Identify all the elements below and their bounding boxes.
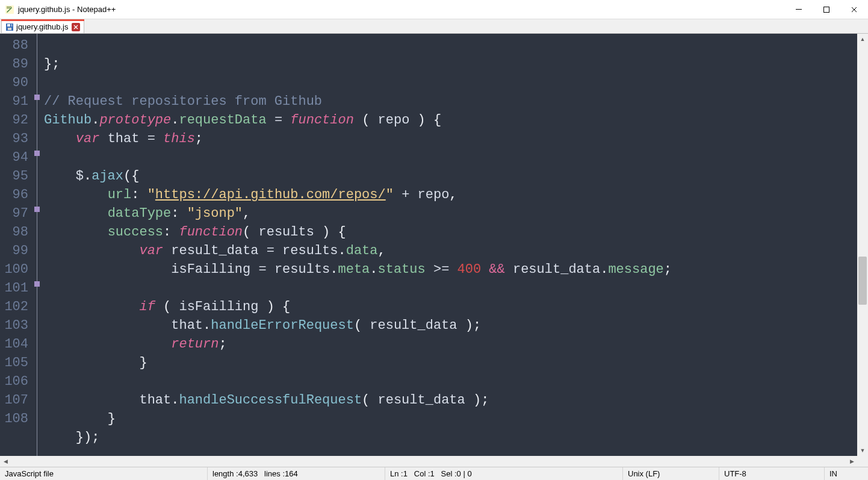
scroll-thumb[interactable] [858, 257, 867, 305]
svg-rect-3 [796, 9, 802, 10]
svg-rect-4 [824, 7, 829, 12]
code-brace: }; [44, 57, 60, 72]
save-icon [5, 23, 14, 31]
svg-rect-8 [10, 24, 11, 26]
tab-filename: jquery.github.js [16, 22, 68, 31]
maximize-button[interactable] [813, 0, 840, 19]
status-length: length : 4,633 lines : 164 [208, 467, 385, 480]
status-mode: IN [825, 467, 868, 480]
svg-rect-7 [8, 28, 11, 30]
minimize-button[interactable] [785, 0, 813, 19]
status-encoding: UTF-8 [719, 467, 825, 480]
scroll-left-icon[interactable]: ◀ [0, 456, 11, 467]
vertical-scrollbar[interactable]: ▲ ▼ [857, 34, 868, 456]
window-title: jquery.github.js - Notepad++ [18, 5, 785, 14]
status-position: Ln : 1 Col : 1 Sel : 0 | 0 [385, 467, 623, 480]
svg-rect-2 [7, 8, 10, 8]
close-button[interactable] [840, 0, 868, 19]
horizontal-scrollbar[interactable]: ◀ ▶ [0, 456, 868, 467]
status-bar: JavaScript file length : 4,633 lines : 1… [0, 467, 868, 480]
tab-file[interactable]: jquery.github.js [1, 20, 84, 33]
svg-rect-1 [7, 7, 11, 7]
tab-close-icon[interactable] [72, 23, 80, 31]
titlebar: jquery.github.js - Notepad++ [0, 0, 868, 19]
editor[interactable]: 88 89 90 91 92 93 94 95 96 97 98 99 100 … [0, 34, 868, 456]
line-gutter: 88 89 90 91 92 93 94 95 96 97 98 99 100 … [0, 34, 33, 456]
code-area[interactable]: }; // Request repositories from Github G… [44, 34, 857, 456]
code-comment: // Request repositories from Github [44, 94, 322, 109]
scroll-down-icon[interactable]: ▼ [857, 445, 868, 456]
tab-bar: jquery.github.js [0, 19, 868, 34]
fold-column[interactable] [33, 34, 44, 456]
scroll-up-icon[interactable]: ▲ [857, 34, 868, 45]
status-filetype: JavaScript file [0, 467, 208, 480]
scroll-right-icon[interactable]: ▶ [846, 456, 857, 467]
status-eol: Unix (LF) [623, 467, 719, 480]
app-icon [5, 5, 14, 14]
